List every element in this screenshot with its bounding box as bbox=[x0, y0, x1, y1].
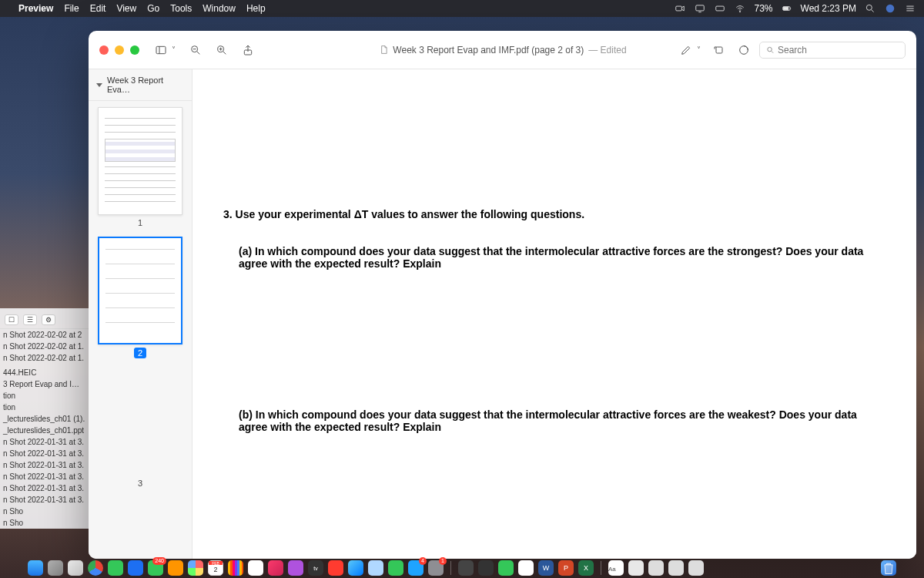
dock-app-calendar[interactable]: FEB2 bbox=[208, 560, 223, 576]
dock-app-safari[interactable] bbox=[68, 560, 83, 576]
dock-app-podcasts[interactable] bbox=[288, 560, 303, 576]
markup-button[interactable]: ˅ bbox=[677, 41, 704, 59]
search-input[interactable] bbox=[778, 45, 899, 55]
page-thumbnail-1[interactable] bbox=[98, 107, 182, 215]
search-field[interactable] bbox=[759, 42, 906, 59]
page-number-3: 3 bbox=[138, 479, 142, 488]
dock-app-camera[interactable] bbox=[498, 560, 514, 576]
dock-app-zoom[interactable] bbox=[128, 560, 143, 576]
zoom-in-button[interactable] bbox=[213, 41, 231, 59]
dock-app-launchpad[interactable] bbox=[48, 560, 63, 576]
document-page-view[interactable]: 3. Use your experimental ΔT values to an… bbox=[192, 69, 916, 559]
dock-folder[interactable] bbox=[648, 560, 664, 576]
spotlight-icon[interactable] bbox=[864, 2, 876, 15]
battery-icon[interactable] bbox=[781, 2, 793, 15]
share-button[interactable] bbox=[239, 41, 257, 59]
dock-app-mail[interactable] bbox=[368, 560, 383, 576]
dock-app-excel[interactable]: X bbox=[578, 560, 594, 576]
dock-app-photos[interactable] bbox=[188, 560, 203, 576]
sidebar-document-header[interactable]: Week 3 Report Eva… bbox=[89, 69, 192, 101]
finder-row[interactable]: 444.HEIC bbox=[0, 367, 89, 378]
thumbnails-sidebar: Week 3 Report Eva… 1 2 3 bbox=[89, 69, 192, 559]
dock-folder[interactable] bbox=[668, 560, 684, 576]
svg-point-6 bbox=[866, 5, 872, 10]
dock-app-appstore[interactable]: 4 bbox=[408, 560, 424, 576]
menubar-time[interactable]: Wed 2:23 PM bbox=[801, 3, 856, 14]
finder-row[interactable]: n Shot 2022-02-02 at 2 bbox=[0, 329, 89, 341]
dock-app-finder[interactable] bbox=[28, 560, 43, 576]
dock-app-word[interactable]: W bbox=[538, 560, 554, 576]
finder-row[interactable]: n Shot 2022-01-31 at 3. bbox=[0, 471, 89, 482]
dock-app-stocks[interactable] bbox=[348, 560, 363, 576]
finder-row[interactable]: n Shot 2022-02-02 at 1. bbox=[0, 352, 89, 364]
menu-window[interactable]: Window bbox=[203, 3, 236, 14]
finder-actions-btn[interactable]: ⚙ bbox=[42, 314, 55, 325]
app-name[interactable]: Preview bbox=[18, 3, 53, 14]
dock-app-preview[interactable] bbox=[628, 560, 644, 576]
zoom-out-button[interactable] bbox=[186, 41, 205, 59]
control-center-icon[interactable] bbox=[904, 2, 916, 15]
dock-app-sublime[interactable] bbox=[518, 560, 534, 576]
finder-row[interactable]: n Shot 2022-02-02 at 1. bbox=[0, 341, 89, 352]
dock-app-notes[interactable] bbox=[248, 560, 263, 576]
finder-row[interactable]: n Shot 2022-01-31 at 3. bbox=[0, 494, 89, 506]
dock-trash[interactable] bbox=[881, 560, 896, 576]
dock-app-news[interactable] bbox=[328, 560, 343, 576]
dock-app-maps[interactable] bbox=[388, 560, 403, 576]
menu-tools[interactable]: Tools bbox=[170, 3, 192, 14]
finder-row[interactable]: n Shot 2022-01-31 at 3. bbox=[0, 482, 89, 494]
dock-app-textedit[interactable]: Aa bbox=[608, 560, 624, 576]
dock-app-powerpoint[interactable]: P bbox=[558, 560, 574, 576]
macos-menubar: Preview File Edit View Go Tools Window H… bbox=[0, 0, 924, 17]
finder-view-icon-btn[interactable]: ☐ bbox=[5, 314, 18, 325]
finder-window-background: ☐ ☰ ⚙ n Shot 2022-02-02 at 2 n Shot 2022… bbox=[0, 308, 89, 529]
zoom-button[interactable] bbox=[130, 45, 139, 55]
close-button[interactable] bbox=[99, 45, 109, 55]
page-thumbnail-3[interactable] bbox=[98, 368, 182, 476]
wifi-icon[interactable] bbox=[734, 2, 746, 15]
dock-app-canvas[interactable] bbox=[458, 560, 474, 576]
dock-app-reminders[interactable] bbox=[228, 560, 243, 576]
dock-app-terminal[interactable] bbox=[478, 560, 494, 576]
dock-app-music[interactable] bbox=[268, 560, 283, 576]
sidebar-document-name: Week 3 Report Eva… bbox=[107, 76, 184, 94]
svg-point-3 bbox=[740, 12, 741, 12]
rotate-button[interactable] bbox=[710, 41, 728, 59]
finder-row[interactable]: n Sho bbox=[0, 517, 89, 529]
menu-edit[interactable]: Edit bbox=[90, 3, 106, 14]
display-icon[interactable] bbox=[694, 2, 706, 15]
dock-app-chrome[interactable] bbox=[88, 560, 103, 576]
document-title[interactable]: Week 3 Report Evap and IMF.pdf (page 2 o… bbox=[393, 45, 584, 55]
finder-row[interactable]: _lectureslides_ch01.ppt bbox=[0, 425, 89, 436]
dock-app-messages[interactable]: 240 bbox=[148, 560, 163, 576]
dock-folder[interactable] bbox=[688, 560, 704, 576]
finder-row[interactable]: _lectureslides_ch01 (1). bbox=[0, 413, 89, 425]
svg-point-14 bbox=[768, 47, 772, 51]
dock-app-settings[interactable]: 1 bbox=[428, 560, 444, 576]
camera-icon[interactable] bbox=[674, 2, 686, 15]
finder-row[interactable]: tion bbox=[0, 402, 89, 413]
minimize-button[interactable] bbox=[115, 45, 124, 55]
keyboard-icon[interactable] bbox=[714, 2, 726, 15]
finder-view-list-btn[interactable]: ☰ bbox=[23, 314, 37, 325]
page-number-2: 2 bbox=[134, 348, 146, 358]
finder-row[interactable]: n Shot 2022-01-31 at 3. bbox=[0, 448, 89, 459]
menu-help[interactable]: Help bbox=[246, 3, 266, 14]
finder-row[interactable]: n Shot 2022-01-31 at 3. bbox=[0, 459, 89, 471]
finder-row[interactable]: tion bbox=[0, 390, 89, 402]
menu-view[interactable]: View bbox=[116, 3, 136, 14]
sidebar-toggle-button[interactable]: ˅ bbox=[152, 41, 179, 59]
dock-app-clips[interactable] bbox=[168, 560, 183, 576]
dock-separator bbox=[601, 561, 601, 575]
menu-file[interactable]: File bbox=[64, 3, 79, 14]
disclosure-triangle-icon[interactable] bbox=[96, 83, 102, 87]
dock-app-facetime[interactable] bbox=[108, 560, 123, 576]
finder-row[interactable]: 3 Report Evap and IMF.p bbox=[0, 378, 89, 390]
siri-icon[interactable] bbox=[884, 2, 896, 15]
menu-go[interactable]: Go bbox=[147, 3, 159, 14]
highlight-button[interactable] bbox=[735, 41, 753, 59]
page-thumbnail-2[interactable] bbox=[98, 237, 182, 344]
finder-row[interactable]: n Sho bbox=[0, 506, 89, 517]
finder-row[interactable]: n Shot 2022-01-31 at 3. bbox=[0, 436, 89, 448]
dock-app-appletv[interactable]: tv bbox=[308, 560, 323, 576]
